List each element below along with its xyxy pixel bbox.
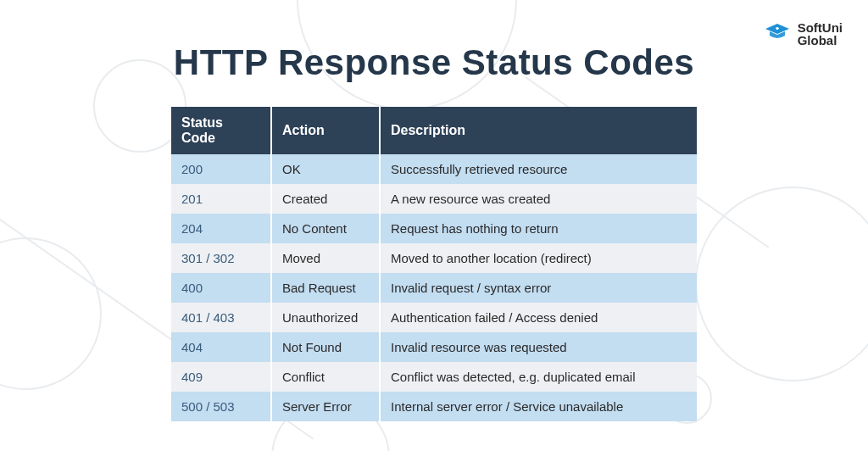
bg-decor-circle	[0, 237, 102, 390]
col-header-description: Description	[380, 107, 697, 154]
cell-description: Internal server error / Service unavaila…	[380, 392, 697, 421]
cell-description: Invalid request / syntax error	[380, 273, 697, 303]
cell-description: Successfully retrieved resource	[380, 154, 697, 184]
cell-description: Moved to another location (redirect)	[380, 243, 697, 273]
cell-status-code: 200	[171, 154, 271, 184]
cell-status-code: 400	[171, 273, 271, 303]
cell-status-code: 404	[171, 332, 271, 362]
table-row: 301 / 302MovedMoved to another location …	[171, 243, 697, 273]
bg-decor-circle	[695, 187, 868, 381]
cell-status-code: 204	[171, 214, 271, 243]
graduation-cap-icon	[764, 20, 791, 47]
table-row: 500 / 503Server ErrorInternal server err…	[171, 392, 697, 421]
page-title: HTTP Response Status Codes	[0, 42, 868, 83]
cell-status-code: 500 / 503	[171, 392, 271, 421]
cell-action: Not Found	[271, 332, 380, 362]
cell-action: OK	[271, 154, 380, 184]
table-row: 409ConflictConflict was detected, e.g. d…	[171, 362, 697, 392]
table-row: 204No ContentRequest has nothing to retu…	[171, 214, 697, 243]
cell-status-code: 301 / 302	[171, 243, 271, 273]
table-row: 400Bad RequestInvalid request / syntax e…	[171, 273, 697, 303]
cell-action: Unauthorized	[271, 303, 380, 332]
cell-description: Conflict was detected, e.g. duplicated e…	[380, 362, 697, 392]
table-header-row: Status Code Action Description	[171, 107, 697, 154]
table-row: 404Not FoundInvalid resource was request…	[171, 332, 697, 362]
cell-description: Authentication failed / Access denied	[380, 303, 697, 332]
status-codes-table: Status Code Action Description 200OKSucc…	[171, 107, 697, 421]
cell-action: Server Error	[271, 392, 380, 421]
col-header-status-code: Status Code	[171, 107, 271, 154]
cell-action: No Content	[271, 214, 380, 243]
cell-status-code: 409	[171, 362, 271, 392]
col-header-action: Action	[271, 107, 380, 154]
brand-name-line1: SoftUni	[798, 21, 843, 34]
cell-action: Conflict	[271, 362, 380, 392]
table-row: 401 / 403UnauthorizedAuthentication fail…	[171, 303, 697, 332]
brand-name-line2: Global	[798, 34, 843, 47]
cell-description: Request has nothing to return	[380, 214, 697, 243]
cell-description: A new resource was created	[380, 184, 697, 214]
cell-status-code: 201	[171, 184, 271, 214]
cell-action: Moved	[271, 243, 380, 273]
cell-action: Created	[271, 184, 380, 214]
brand-logo: SoftUni Global	[764, 20, 843, 47]
cell-action: Bad Request	[271, 273, 380, 303]
cell-status-code: 401 / 403	[171, 303, 271, 332]
table-row: 200OKSuccessfully retrieved resource	[171, 154, 697, 184]
table-row: 201CreatedA new resource was created	[171, 184, 697, 214]
cell-description: Invalid resource was requested	[380, 332, 697, 362]
